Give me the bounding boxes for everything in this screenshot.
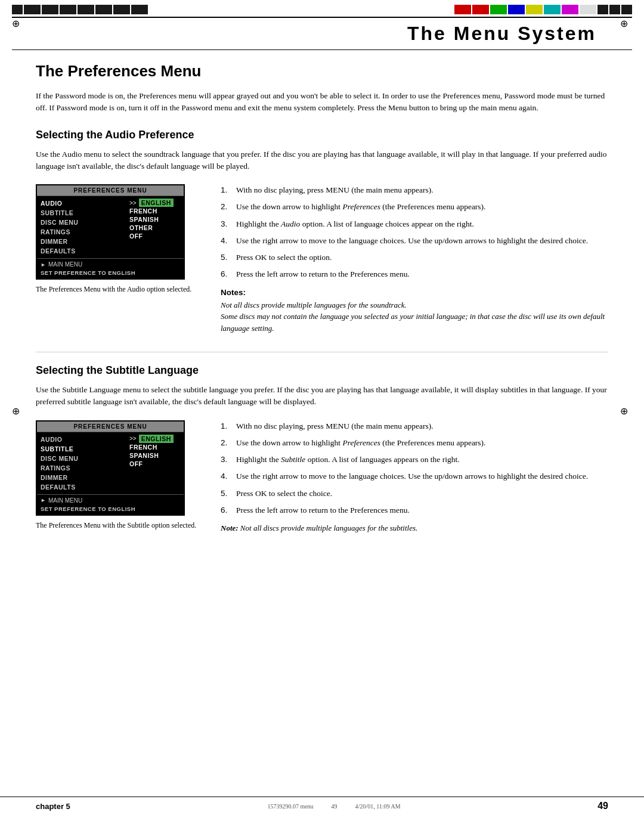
subtitle-step-5-text: Press OK to select the choice. bbox=[236, 488, 608, 500]
subtitle-item-label: SUBTITLE bbox=[41, 444, 73, 454]
audio-step-2-num: 2. bbox=[221, 201, 231, 213]
subtitle-menu-footer: ► MAIN MENU SET PREFERENCE TO ENGLISH bbox=[37, 494, 184, 515]
bar-block-cyan bbox=[544, 5, 561, 14]
subtitle-menu-item-audio: AUDIO bbox=[41, 435, 129, 444]
top-bar-left bbox=[12, 5, 148, 14]
audio-step-5-num: 5. bbox=[221, 252, 231, 264]
audio-notes-heading: Notes: bbox=[221, 288, 608, 297]
subtitle-step-5-num: 5. bbox=[221, 488, 231, 500]
intro-paragraph: If the Password mode is on, the Preferen… bbox=[36, 90, 608, 114]
subtitle-menu-right-col: >> ENGLISH FRENCH SPANISH OFF bbox=[129, 435, 180, 492]
subtitle-menu-left-col: AUDIO SUBTITLE DISC MENU RATINGS DIMMER … bbox=[41, 435, 129, 492]
subtitle-step-5: 5. Press OK to select the choice. bbox=[221, 488, 608, 500]
bar-block-yellow bbox=[526, 5, 543, 14]
subtitle-step-1: 1. With no disc playing, press MENU (the… bbox=[221, 420, 608, 432]
subtitle-section-intro: Use the Subtitle Language menu to select… bbox=[36, 384, 608, 408]
reg-mark-mid-right bbox=[620, 405, 632, 417]
subtitle-lang-spanish: SPANISH bbox=[129, 451, 180, 460]
subtitle-step-3: 3. Highlight the Subtitle option. A list… bbox=[221, 454, 608, 466]
subtitle-step-1-text: With no disc playing, press MENU (the ma… bbox=[236, 420, 608, 432]
page-footer: chapter 5 15739290.07 menu 49 4/20/01, 1… bbox=[0, 797, 644, 815]
main-content: The Preferences Menu If the Password mod… bbox=[0, 62, 644, 534]
footer-meta: 15739290.07 menu 49 4/20/01, 11:09 AM bbox=[267, 803, 400, 810]
subtitle-step-6-num: 6. bbox=[221, 504, 231, 516]
subtitle-lang-off: OFF bbox=[129, 460, 180, 468]
subtitle-section-left: PREFERENCES MENU AUDIO SUBTITLE DISC MEN… bbox=[36, 420, 203, 534]
audio-section-intro: Use the Audio menu to select the soundtr… bbox=[36, 148, 608, 173]
audio-menu-item-defaults: DEFAULTS bbox=[41, 246, 129, 256]
bar-block-blue bbox=[508, 5, 525, 14]
top-bar bbox=[0, 0, 644, 14]
audio-item-label: AUDIO bbox=[41, 199, 62, 208]
audio-section-heading: Selecting the Audio Preference bbox=[36, 129, 608, 141]
audio-step-2-text: Use the down arrow to highlight Preferen… bbox=[236, 201, 608, 213]
subtitle-step-6-text: Press the left arrow to return to the Pr… bbox=[236, 504, 608, 516]
audio-menu-caption: The Preferences Menu with the Audio opti… bbox=[36, 284, 203, 295]
audio-lang-english: ENGLISH bbox=[139, 199, 174, 207]
subtitle-footer-main: ► MAIN MENU bbox=[41, 497, 180, 504]
section-divider bbox=[36, 352, 608, 352]
audio-step-3: 3. Highlight the Audio option. A list of… bbox=[221, 218, 608, 230]
audio-step-4-text: Use the right arrow to move to the langu… bbox=[236, 235, 608, 247]
audio-menu-left-col: AUDIO SUBTITLE DISC MENU RATINGS DIMMER … bbox=[41, 199, 129, 256]
top-bar-right bbox=[454, 5, 632, 14]
header-title: The Menu System bbox=[407, 23, 596, 44]
subtitle-note-section: Note: Not all discs provide multiple lan… bbox=[221, 522, 608, 534]
bar-block-dark2 bbox=[609, 5, 620, 14]
audio-note-1: Not all discs provide multiple languages… bbox=[221, 299, 608, 311]
audio-notes-section: Notes: Not all discs provide multiple la… bbox=[221, 288, 608, 334]
audio-note-2: Some discs may not contain the language … bbox=[221, 311, 608, 334]
audio-step-4: 4. Use the right arrow to move to the la… bbox=[221, 235, 608, 247]
audio-footer-set: SET PREFERENCE TO ENGLISH bbox=[41, 269, 180, 276]
audio-step-1: 1. With no disc playing, press MENU (the… bbox=[221, 184, 608, 196]
audio-step-6-text: Press the left arrow to return to the Pr… bbox=[236, 268, 608, 280]
footer-meta-right: 4/20/01, 11:09 AM bbox=[355, 803, 401, 810]
audio-lang-row-english: >> ENGLISH bbox=[129, 199, 180, 207]
page-title: The Preferences Menu bbox=[36, 62, 608, 80]
audio-menu-footer: ► MAIN MENU SET PREFERENCE TO ENGLISH bbox=[37, 258, 184, 278]
subtitle-menu-item-dimmer: DIMMER bbox=[41, 473, 129, 482]
subtitle-menu-mockup: PREFERENCES MENU AUDIO SUBTITLE DISC MEN… bbox=[36, 420, 185, 516]
audio-step-1-text: With no disc playing, press MENU (the ma… bbox=[236, 184, 608, 196]
audio-step-5-text: Press OK to select the option. bbox=[236, 252, 608, 264]
subtitle-step-4: 4. Use the right arrow to move to the la… bbox=[221, 470, 608, 482]
audio-section-right: 1. With no disc playing, press MENU (the… bbox=[221, 184, 608, 334]
subtitle-step-2-num: 2. bbox=[221, 437, 231, 449]
subtitle-menu-caption: The Preferences Menu with the Subtitle o… bbox=[36, 520, 203, 531]
subtitle-section-right: 1. With no disc playing, press MENU (the… bbox=[221, 420, 608, 534]
audio-menu-right-col: >> ENGLISH FRENCH SPANISH OTHER OFF bbox=[129, 199, 180, 256]
subtitle-footer-main-label: MAIN MENU bbox=[48, 497, 82, 504]
audio-menu-arrow: >> bbox=[129, 200, 137, 206]
subtitle-steps-list: 1. With no disc playing, press MENU (the… bbox=[221, 420, 608, 517]
bar-block-red2 bbox=[472, 5, 489, 14]
subtitle-footer-arrow-icon: ► bbox=[41, 497, 46, 503]
audio-menu-item-audio: AUDIO bbox=[41, 199, 129, 208]
audio-menu-body: AUDIO SUBTITLE DISC MENU RATINGS DIMMER … bbox=[37, 196, 184, 258]
subtitle-menu-item-subtitle-row: SUBTITLE bbox=[41, 444, 129, 454]
bar-block bbox=[42, 5, 58, 14]
audio-lang-french: FRENCH bbox=[129, 207, 180, 215]
subtitle-step-3-num: 3. bbox=[221, 454, 231, 466]
footer-chapter: chapter 5 bbox=[36, 802, 70, 811]
audio-menu-item-disc: DISC MENU bbox=[41, 218, 129, 227]
subtitle-lang-row-english: >> ENGLISH bbox=[129, 435, 180, 443]
subtitle-menu-arrow: >> bbox=[129, 435, 137, 442]
audio-step-2: 2. Use the down arrow to highlight Prefe… bbox=[221, 201, 608, 213]
subtitle-menu-body: AUDIO SUBTITLE DISC MENU RATINGS DIMMER … bbox=[37, 432, 184, 494]
bar-block-white bbox=[580, 5, 596, 14]
audio-lang-off: OFF bbox=[129, 232, 180, 240]
footer-meta-left: 15739290.07 menu bbox=[267, 803, 313, 810]
audio-footer-main: ► MAIN MENU bbox=[41, 261, 180, 268]
subtitle-note: Note: Not all discs provide multiple lan… bbox=[221, 522, 608, 534]
audio-section-left: PREFERENCES MENU AUDIO SUBTITLE DISC MEN… bbox=[36, 184, 203, 334]
audio-footer-arrow-icon: ► bbox=[41, 262, 46, 268]
audio-step-3-num: 3. bbox=[221, 218, 231, 230]
subtitle-step-6: 6. Press the left arrow to return to the… bbox=[221, 504, 608, 516]
bar-block-dark bbox=[597, 5, 608, 14]
subtitle-menu-item-disc: DISC MENU bbox=[41, 454, 129, 463]
subtitle-section-content: PREFERENCES MENU AUDIO SUBTITLE DISC MEN… bbox=[36, 420, 608, 534]
audio-step-5: 5. Press OK to select the option. bbox=[221, 252, 608, 264]
audio-menu-item-ratings: RATINGS bbox=[41, 227, 129, 237]
audio-footer-main-label: MAIN MENU bbox=[48, 261, 82, 268]
audio-menu-item-subtitle: SUBTITLE bbox=[41, 208, 129, 218]
